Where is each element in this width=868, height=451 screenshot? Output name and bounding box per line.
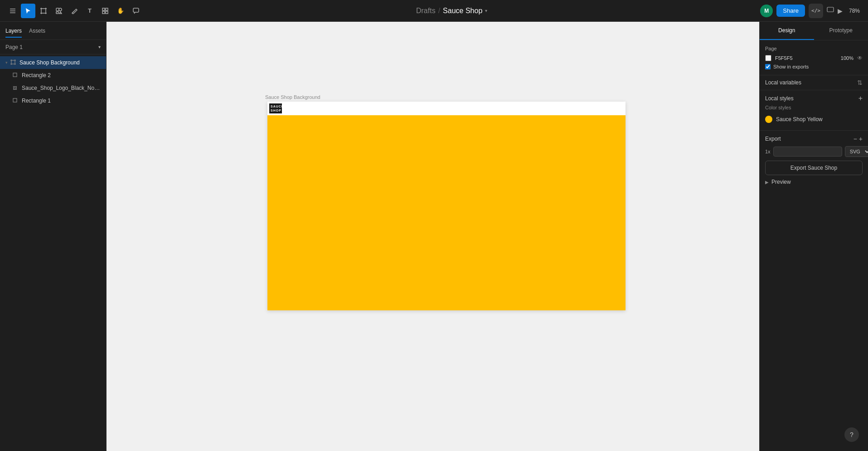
svg-rect-16 bbox=[106, 8, 108, 10]
export-title: Export bbox=[765, 136, 781, 142]
toolbar-tools: T ✋ bbox=[5, 4, 143, 18]
export-options-row: 1x SVG PNG JPG PDF ··· bbox=[765, 146, 863, 157]
svg-rect-21 bbox=[11, 60, 15, 64]
tab-assets[interactable]: Assets bbox=[29, 28, 45, 38]
svg-rect-17 bbox=[102, 11, 105, 14]
avatar-button[interactable]: M bbox=[760, 5, 773, 17]
color-styles-title: Color styles bbox=[765, 105, 863, 110]
components-tool-button[interactable] bbox=[98, 4, 112, 18]
sauce-shop-yellow-name: Sauce Shop Yellow bbox=[776, 116, 823, 123]
hand-tool-button[interactable]: ✋ bbox=[113, 4, 128, 18]
right-sidebar-tabs: Design Prototype bbox=[760, 22, 868, 40]
svg-rect-30 bbox=[13, 73, 17, 77]
main-layout: Layers Assets Page 1 ▾ ▾ bbox=[0, 22, 868, 451]
play-button[interactable]: ▶ bbox=[838, 7, 843, 15]
expand-arrow-icon: ▾ bbox=[5, 60, 8, 65]
breadcrumb-dropdown-arrow[interactable]: ▾ bbox=[485, 8, 487, 13]
export-suffix-input[interactable] bbox=[773, 147, 842, 157]
export-format-select[interactable]: SVG PNG JPG PDF bbox=[845, 146, 868, 157]
tab-design[interactable]: Design bbox=[760, 22, 814, 40]
svg-rect-31 bbox=[13, 98, 17, 102]
export-plus-button[interactable]: + bbox=[859, 135, 863, 142]
page-dropdown-arrow: ▾ bbox=[98, 44, 101, 49]
toolbar-right: M Share </> ▶ 78% bbox=[760, 4, 863, 18]
canvas-logo-area: SAUCE SHOP bbox=[267, 102, 284, 115]
show-in-exports-checkbox[interactable] bbox=[765, 64, 771, 69]
local-styles-header: Local styles + bbox=[760, 90, 868, 105]
export-sauce-shop-button[interactable]: Export Sauce Shop bbox=[765, 161, 863, 175]
layer-name-sauce-shop-background: Sauce Shop Background bbox=[19, 59, 101, 66]
export-minus-button[interactable]: − bbox=[853, 135, 857, 142]
svg-point-13 bbox=[59, 8, 62, 11]
component-icon: 🖼 bbox=[13, 86, 19, 90]
svg-rect-15 bbox=[102, 8, 105, 10]
text-tool-button[interactable]: T bbox=[82, 4, 97, 18]
canvas-yellow-rectangle bbox=[267, 115, 626, 310]
show-in-exports-row: Show in exports bbox=[765, 64, 863, 69]
export-scale-label: 1x bbox=[765, 149, 771, 154]
svg-rect-19 bbox=[133, 8, 139, 12]
breadcrumb-drafts[interactable]: Drafts bbox=[416, 7, 436, 15]
page-color-row: F5F5F5 100% 👁 bbox=[765, 55, 863, 61]
color-styles-section: Color styles Sauce Shop Yellow bbox=[760, 105, 868, 130]
svg-rect-1 bbox=[10, 10, 15, 11]
svg-rect-3 bbox=[41, 9, 46, 13]
layer-rectangle1[interactable]: Rectangle 1 bbox=[0, 94, 106, 107]
svg-rect-20 bbox=[827, 7, 834, 12]
layer-rectangle2[interactable]: Rectangle 2 bbox=[0, 69, 106, 82]
color-style-sauce-shop-yellow[interactable]: Sauce Shop Yellow bbox=[765, 114, 863, 125]
page-name: Page 1 bbox=[5, 44, 97, 50]
tab-prototype[interactable]: Prototype bbox=[814, 22, 868, 40]
help-button[interactable]: ? bbox=[844, 427, 859, 442]
right-sidebar: Design Prototype Page F5F5F5 100% 👁 Show… bbox=[759, 22, 868, 451]
frame-tool-button[interactable] bbox=[36, 4, 51, 18]
preview-arrow-icon: ▶ bbox=[765, 180, 769, 185]
canvas-logo-box: SAUCE SHOP bbox=[269, 103, 282, 113]
tab-layers[interactable]: Layers bbox=[5, 28, 22, 38]
canvas-frame-label: Sauce Shop Background bbox=[265, 94, 320, 100]
local-styles-title: Local styles bbox=[765, 95, 794, 102]
frame-icon bbox=[10, 59, 17, 66]
share-button[interactable]: Share bbox=[776, 5, 805, 17]
logo-line2: SHOP bbox=[271, 108, 281, 113]
pen-tool-button[interactable] bbox=[67, 4, 82, 18]
layer-name-sauce-logo: Sauce_Shop_Logo_Black_No_... bbox=[22, 85, 101, 91]
page-color-value[interactable]: F5F5F5 bbox=[775, 55, 837, 61]
canvas-area: Sauce Shop Background SAUCE SHOP bbox=[107, 22, 759, 451]
comment-tool-button[interactable] bbox=[129, 4, 143, 18]
left-sidebar: Layers Assets Page 1 ▾ ▾ bbox=[0, 22, 107, 451]
page-selector[interactable]: Page 1 ▾ bbox=[0, 40, 106, 54]
page-color-swatch[interactable] bbox=[765, 55, 771, 61]
layer-name-rectangle1: Rectangle 1 bbox=[22, 98, 101, 104]
breadcrumb-project: Sauce Shop bbox=[443, 7, 482, 15]
toolbar: T ✋ Drafts / Sauce Shop ▾ M Share </> bbox=[0, 0, 868, 22]
layer-sauce-shop-background[interactable]: ▾ Sauce Shop Background bbox=[0, 56, 106, 69]
svg-rect-2 bbox=[10, 12, 15, 13]
svg-rect-12 bbox=[56, 8, 59, 11]
sidebar-tabs: Layers Assets bbox=[0, 22, 106, 40]
add-local-style-button[interactable]: + bbox=[858, 95, 863, 102]
page-color-opacity[interactable]: 100% bbox=[841, 55, 853, 61]
logo-line1: SAUCE bbox=[271, 104, 281, 108]
layer-sauce-logo[interactable]: 🖼 Sauce_Shop_Logo_Black_No_... bbox=[0, 82, 106, 94]
code-button[interactable]: </> bbox=[809, 4, 823, 18]
sauce-shop-yellow-swatch bbox=[765, 116, 772, 123]
svg-rect-14 bbox=[56, 12, 58, 14]
preview-title: Preview bbox=[771, 179, 791, 185]
select-tool-button[interactable] bbox=[21, 4, 35, 18]
shapes-tool-button[interactable] bbox=[52, 4, 66, 18]
local-variables-button[interactable]: ⇅ bbox=[857, 79, 863, 86]
main-menu-button[interactable] bbox=[5, 4, 20, 18]
zoom-control[interactable]: 78% bbox=[846, 6, 863, 16]
present-button[interactable] bbox=[827, 6, 834, 15]
page-section: Page F5F5F5 100% 👁 Show in exports bbox=[760, 40, 868, 75]
export-header-buttons: − + bbox=[853, 135, 863, 142]
svg-rect-18 bbox=[106, 11, 108, 14]
local-variables-title: Local variables bbox=[765, 79, 801, 86]
rectangle-icon bbox=[13, 73, 19, 78]
breadcrumb: Drafts / Sauce Shop ▾ bbox=[145, 7, 758, 15]
preview-toggle[interactable]: ▶ Preview bbox=[765, 179, 863, 185]
canvas-frame: SAUCE SHOP bbox=[267, 102, 626, 310]
eye-icon[interactable]: 👁 bbox=[857, 55, 863, 61]
show-in-exports-label: Show in exports bbox=[773, 64, 809, 69]
